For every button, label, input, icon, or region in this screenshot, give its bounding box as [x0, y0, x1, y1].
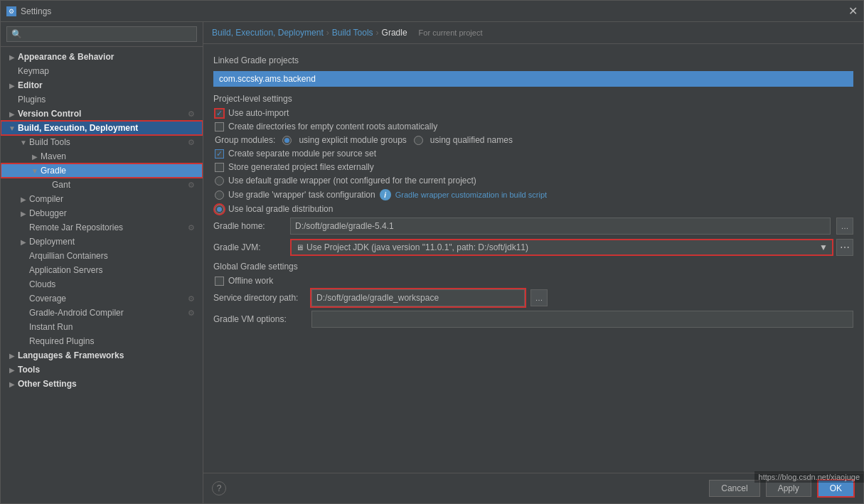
- gradle-home-label: Gradle home:: [213, 221, 284, 231]
- sidebar-item-compiler[interactable]: ▶ Compiler: [1, 192, 203, 206]
- sidebar-item-gant[interactable]: Gant ⚙: [1, 178, 203, 192]
- sidebar-item-build-tools[interactable]: ▼ Build Tools ⚙: [1, 135, 203, 149]
- group-modules-label: Group modules:: [215, 135, 275, 145]
- bottom-buttons: Cancel Apply OK: [709, 479, 855, 498]
- wrapper-task-label: Use gradle 'wrapper' task configuration: [228, 190, 375, 200]
- search-input[interactable]: [6, 26, 197, 42]
- sidebar-item-plugins[interactable]: Plugins: [1, 92, 203, 107]
- create-separate-label: Create separate module per source set: [228, 149, 376, 159]
- wrapper-task-radio[interactable]: [215, 191, 224, 200]
- breadcrumb-sep2: ›: [376, 28, 379, 38]
- service-dir-input[interactable]: [311, 289, 525, 306]
- breadcrumb-build-tools[interactable]: Build Tools: [332, 28, 373, 38]
- window-title: Settings: [21, 6, 51, 16]
- main-content: ▶ Appearance & Behavior Keymap ▶ Editor …: [1, 22, 863, 503]
- sidebar-item-gradle[interactable]: ▼ Gradle: [1, 163, 203, 178]
- sidebar-item-editor[interactable]: ▶ Editor: [1, 78, 203, 92]
- sidebar-item-label: Required Plugins: [29, 336, 94, 346]
- group-modules-option1: using explicit module groups: [299, 135, 406, 145]
- settings-icon: ⚙: [186, 223, 197, 232]
- sidebar-item-label: Build, Execution, Deployment: [18, 123, 138, 133]
- sidebar-item-required-plugins[interactable]: Required Plugins: [1, 334, 203, 348]
- create-dirs-label: Create directories for empty content roo…: [228, 122, 437, 132]
- arrow-icon: ▼: [6, 124, 18, 132]
- sidebar-item-build-execution[interactable]: ▼ Build, Execution, Deployment: [1, 121, 203, 135]
- default-wrapper-row: Use default gradle wrapper (not configur…: [213, 176, 853, 186]
- sidebar-item-label: Maven: [41, 151, 66, 161]
- breadcrumb-gradle: Gradle: [382, 28, 407, 38]
- sidebar-item-coverage[interactable]: Coverage ⚙: [1, 291, 203, 306]
- sidebar-item-label: Keymap: [18, 66, 49, 76]
- arrow-icon: ▶: [6, 380, 18, 388]
- gradle-vm-input[interactable]: [311, 311, 853, 328]
- auto-import-checkbox[interactable]: [215, 109, 224, 118]
- sidebar-item-remote-jar[interactable]: Remote Jar Repositories ⚙: [1, 220, 203, 235]
- local-gradle-radio[interactable]: [215, 205, 224, 214]
- group-modules-radio2[interactable]: [414, 136, 423, 145]
- sidebar-item-label: Deployment: [29, 237, 75, 247]
- ok-button[interactable]: OK: [817, 479, 855, 498]
- sidebar-item-appearance[interactable]: ▶ Appearance & Behavior: [1, 50, 203, 64]
- settings-icon: ⚙: [186, 138, 197, 147]
- sidebar-item-instant-run[interactable]: Instant Run: [1, 320, 203, 334]
- sidebar-item-label: Gradle: [41, 166, 66, 176]
- arrow-icon: ▼: [29, 167, 41, 175]
- sidebar-item-label: Languages & Frameworks: [18, 350, 124, 360]
- sidebar-item-label: Instant Run: [29, 322, 73, 332]
- create-separate-checkbox[interactable]: [215, 149, 224, 159]
- gradle-home-row: Gradle home: …: [213, 218, 853, 235]
- arrow-icon: ▶: [6, 53, 18, 61]
- sidebar-item-label: Other Settings: [18, 379, 77, 389]
- apply-button[interactable]: Apply: [766, 480, 811, 497]
- jvm-more-btn[interactable]: ⋯: [836, 239, 853, 256]
- sidebar-item-gradle-android[interactable]: Gradle-Android Compiler ⚙: [1, 306, 203, 320]
- close-button[interactable]: ✕: [848, 6, 858, 17]
- create-separate-row: Create separate module per source set: [213, 149, 853, 159]
- gradle-home-input[interactable]: [290, 218, 831, 235]
- arrow-icon: ▶: [6, 110, 18, 118]
- search-bar: [1, 22, 203, 47]
- sidebar-item-maven[interactable]: ▶ Maven: [1, 149, 203, 163]
- sidebar-item-clouds[interactable]: Clouds: [1, 277, 203, 291]
- gradle-home-browse-btn[interactable]: …: [836, 218, 853, 235]
- linked-projects-header: Linked Gradle projects: [213, 55, 853, 65]
- default-wrapper-radio[interactable]: [215, 176, 224, 186]
- sidebar-item-version-control[interactable]: ▶ Version Control ⚙: [1, 107, 203, 121]
- settings-icon: ⚙: [186, 294, 197, 304]
- default-wrapper-label: Use default gradle wrapper (not configur…: [228, 176, 476, 186]
- sidebar-item-debugger[interactable]: ▶ Debugger: [1, 206, 203, 220]
- wrapper-info-link[interactable]: Gradle wrapper customization in build sc…: [395, 191, 547, 199]
- sidebar-item-languages[interactable]: ▶ Languages & Frameworks: [1, 348, 203, 363]
- store-generated-checkbox[interactable]: [215, 163, 224, 172]
- breadcrumb-sep1: ›: [326, 28, 329, 38]
- info-icon[interactable]: i: [380, 189, 391, 200]
- sidebar-item-label: Debugger: [29, 208, 67, 218]
- breadcrumb-build[interactable]: Build, Execution, Deployment: [212, 28, 324, 38]
- store-generated-label: Store generated project files externally: [228, 162, 374, 172]
- titlebar: ⚙ Settings ✕: [1, 1, 863, 22]
- sidebar-item-label: Application Servers: [29, 265, 102, 275]
- create-dirs-checkbox[interactable]: [215, 122, 224, 132]
- group-modules-radio1[interactable]: [282, 136, 292, 145]
- bottom-bar: ? Cancel Apply OK: [203, 473, 863, 503]
- sidebar-item-arquillian[interactable]: Arquillian Containers: [1, 249, 203, 263]
- arrow-icon: ▶: [6, 82, 18, 90]
- sidebar-item-deployment[interactable]: ▶ Deployment: [1, 235, 203, 249]
- local-gradle-row: Use local gradle distribution: [213, 204, 853, 214]
- sidebar-item-label: Coverage: [29, 294, 66, 304]
- sidebar-item-label: Compiler: [29, 194, 63, 204]
- linked-project-item[interactable]: com.sccsky.ams.backend: [213, 71, 853, 87]
- service-dir-browse-btn[interactable]: …: [530, 289, 548, 306]
- gradle-jvm-select[interactable]: 🖥 Use Project JDK (java version "11.0.1"…: [290, 239, 833, 256]
- help-button[interactable]: ?: [212, 481, 226, 495]
- sidebar-item-app-servers[interactable]: Application Servers: [1, 263, 203, 277]
- global-gradle-section: Global Gradle settings Offline work Serv…: [213, 262, 853, 328]
- project-level-section: Project-level settings Use auto-import C…: [213, 94, 853, 256]
- cancel-button[interactable]: Cancel: [709, 480, 759, 497]
- sidebar-item-keymap[interactable]: Keymap: [1, 64, 203, 78]
- offline-work-checkbox[interactable]: [215, 277, 224, 286]
- service-dir-row: Service directory path: …: [213, 289, 853, 306]
- sidebar-item-tools[interactable]: ▶ Tools: [1, 363, 203, 377]
- project-level-title: Project-level settings: [213, 94, 853, 104]
- sidebar-item-other[interactable]: ▶ Other Settings: [1, 377, 203, 391]
